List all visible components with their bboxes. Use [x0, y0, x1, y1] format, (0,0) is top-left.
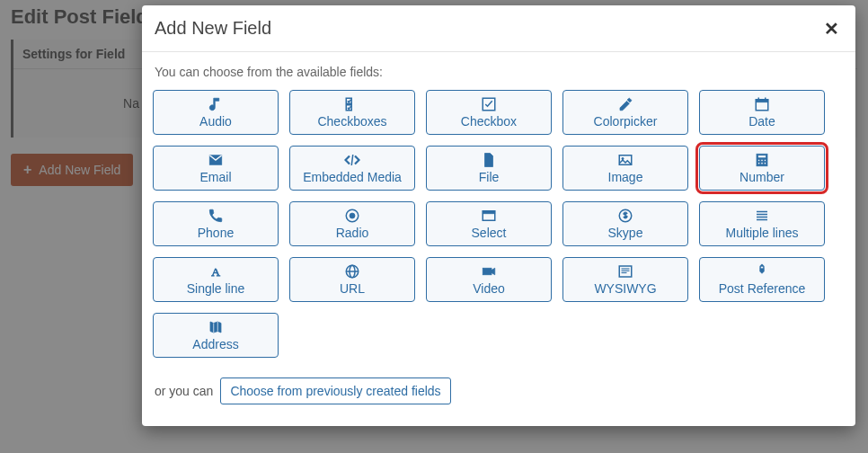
- field-type-checkbox[interactable]: Checkbox: [426, 90, 552, 135]
- file-icon: [481, 151, 497, 169]
- address-icon: [208, 318, 224, 336]
- email-icon: [208, 151, 224, 169]
- select-icon: [481, 207, 497, 225]
- embedded-media-icon: [344, 151, 360, 169]
- field-type-label: Video: [473, 282, 505, 296]
- svg-point-20: [350, 213, 355, 218]
- field-type-number[interactable]: Number: [699, 146, 825, 191]
- field-type-label: Checkbox: [461, 115, 517, 129]
- field-type-label: Colorpicker: [594, 115, 658, 129]
- audio-icon: [208, 95, 224, 113]
- field-type-label: Post Reference: [719, 282, 806, 296]
- modal-intro-text: You can choose from the available fields…: [155, 65, 850, 79]
- single-line-icon: A: [208, 262, 224, 280]
- choose-previously-created-button[interactable]: Choose from previously created fields: [220, 378, 450, 404]
- field-type-label: Audio: [199, 115, 232, 129]
- field-type-audio[interactable]: Audio: [153, 90, 279, 135]
- phone-icon: [208, 207, 224, 225]
- svg-rect-13: [758, 160, 760, 162]
- field-type-wysiwyg[interactable]: WYSIWYG: [562, 257, 688, 302]
- svg-rect-22: [483, 211, 495, 214]
- svg-rect-15: [764, 160, 766, 162]
- radio-icon: [344, 207, 360, 225]
- svg-rect-18: [764, 163, 766, 164]
- field-type-label: File: [479, 171, 500, 184]
- previously-created-prefix: or you can: [155, 384, 213, 398]
- field-type-label: Date: [748, 115, 775, 129]
- field-type-single-line[interactable]: ASingle line: [153, 257, 279, 302]
- field-type-file[interactable]: File: [426, 146, 552, 191]
- field-type-phone[interactable]: Phone: [153, 201, 279, 246]
- field-type-label: WYSIWYG: [594, 282, 656, 296]
- field-type-label: Checkboxes: [317, 115, 386, 129]
- field-type-label: Single line: [187, 282, 245, 296]
- field-type-label: Skype: [608, 226, 643, 240]
- field-type-label: Email: [199, 171, 231, 184]
- modal-body: You can choose from the available fields…: [142, 52, 855, 426]
- field-type-url[interactable]: URL: [289, 257, 415, 302]
- svg-rect-33: [619, 266, 632, 277]
- add-new-field-modal: Add New Field ✕ You can choose from the …: [142, 5, 855, 426]
- svg-rect-32: [483, 269, 492, 276]
- skype-icon: [617, 207, 633, 225]
- previously-created-row: or you can Choose from previously create…: [155, 378, 843, 404]
- svg-point-37: [761, 266, 764, 269]
- field-type-post-reference[interactable]: Post Reference: [699, 257, 825, 302]
- field-type-select[interactable]: Select: [426, 201, 552, 246]
- field-type-label: Phone: [198, 226, 234, 240]
- field-type-label: Select: [472, 226, 507, 240]
- image-icon: [617, 151, 633, 169]
- url-icon: [344, 262, 360, 280]
- field-type-label: Embedded Media: [303, 171, 402, 184]
- field-type-label: Address: [192, 338, 238, 351]
- field-type-video[interactable]: Video: [426, 257, 552, 302]
- svg-text:A: A: [211, 265, 220, 279]
- multiple-lines-icon: [754, 207, 770, 225]
- modal-header: Add New Field ✕: [142, 5, 855, 52]
- date-icon: [754, 95, 770, 113]
- wysiwyg-icon: [617, 262, 633, 280]
- field-type-image[interactable]: Image: [562, 146, 688, 191]
- svg-rect-12: [758, 155, 766, 158]
- field-type-date[interactable]: Date: [699, 90, 825, 135]
- field-type-address[interactable]: Address: [153, 313, 279, 358]
- post-reference-icon: [754, 262, 770, 280]
- svg-rect-14: [761, 160, 763, 162]
- number-icon: [754, 151, 770, 169]
- field-type-label: Multiple lines: [726, 226, 799, 240]
- field-type-label: Radio: [336, 226, 369, 240]
- field-type-colorpicker[interactable]: Colorpicker: [562, 90, 688, 135]
- checkboxes-icon: [344, 95, 360, 113]
- field-type-label: Image: [608, 171, 643, 184]
- field-type-radio[interactable]: Radio: [289, 201, 415, 246]
- modal-title: Add New Field: [155, 18, 271, 39]
- field-type-label: URL: [340, 282, 365, 296]
- colorpicker-icon: [617, 95, 633, 113]
- field-type-label: Number: [740, 171, 784, 184]
- field-type-email[interactable]: Email: [153, 146, 279, 191]
- svg-rect-16: [758, 163, 760, 164]
- field-type-embedded-media[interactable]: Embedded Media: [289, 146, 415, 191]
- checkbox-icon: [481, 95, 497, 113]
- svg-line-8: [351, 155, 353, 165]
- field-type-multiple-lines[interactable]: Multiple lines: [699, 201, 825, 246]
- svg-rect-17: [761, 163, 763, 164]
- field-type-grid: AudioCheckboxesCheckboxColorpickerDateEm…: [147, 90, 850, 358]
- field-type-checkboxes[interactable]: Checkboxes: [289, 90, 415, 135]
- field-type-skype[interactable]: Skype: [562, 201, 688, 246]
- video-icon: [481, 262, 497, 280]
- svg-rect-4: [756, 100, 768, 102]
- close-icon[interactable]: ✕: [824, 20, 839, 38]
